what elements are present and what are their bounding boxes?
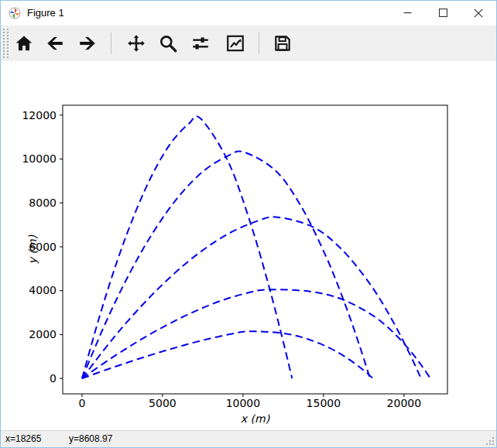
y-tick-label: 2000 [29,328,57,340]
trajectory-4 [82,289,430,378]
trajectory-2 [82,151,370,378]
maximize-button[interactable] [425,1,461,25]
minimize-icon [403,9,412,17]
forward-arrow-icon [77,33,98,53]
matplotlib-logo-icon [9,7,21,19]
toolbar-separator [111,32,111,54]
figure-canvas[interactable]: 0500010000150002000002000400060008000100… [1,61,496,432]
pan-move-icon [126,33,146,53]
save-button[interactable] [271,32,294,54]
resize-grip[interactable] [486,437,494,445]
toolbar-grip-handle[interactable] [3,29,9,58]
forward-button[interactable] [76,32,99,54]
home-button[interactable] [12,32,36,54]
configure-subplots-button[interactable] [189,32,212,54]
y-tick-label: 10000 [22,152,57,165]
save-floppy-icon [272,33,293,53]
y-axis-label: y (m) [26,234,39,264]
x-axis-label: x (m) [241,412,270,425]
minimize-button[interactable] [389,1,425,25]
cursor-y-readout: y=8608.97 [69,433,112,444]
chart-edit-icon [225,33,245,53]
statusbar-separator [107,433,108,446]
status-bar: x=18265 y=8608.97 [1,430,496,447]
pan-button[interactable] [125,32,148,54]
y-tick-label: 4000 [29,284,57,296]
sliders-icon [190,33,211,53]
home-icon [14,33,34,53]
trajectory-5 [82,331,373,378]
x-tick-label: 20000 [387,397,422,409]
trajectory-3 [82,217,421,378]
edit-parameters-button[interactable] [224,32,247,54]
x-tick-label: 0 [78,397,85,409]
back-button[interactable] [43,32,67,54]
plot-area[interactable]: 0500010000150002000002000400060008000100… [1,61,496,432]
x-tick-label: 5000 [149,397,177,409]
figure-window: Figure 1 [0,0,497,448]
x-tick-label: 15000 [307,397,341,409]
y-tick-label: 0 [50,372,57,385]
cursor-x-readout: x=18265 [5,433,41,444]
close-button[interactable] [461,1,496,25]
x-tick-label: 10000 [226,397,261,409]
maximize-icon [439,9,447,17]
toolbar-separator [259,32,259,54]
magnifier-icon [158,33,178,53]
y-tick-label: 12000 [22,109,57,121]
window-title: Figure 1 [27,7,64,19]
navigation-toolbar [1,26,496,61]
back-arrow-icon [45,33,65,53]
zoom-button[interactable] [156,32,180,54]
close-icon [474,9,483,18]
y-tick-label: 8000 [29,197,57,209]
title-bar[interactable]: Figure 1 [1,1,496,26]
